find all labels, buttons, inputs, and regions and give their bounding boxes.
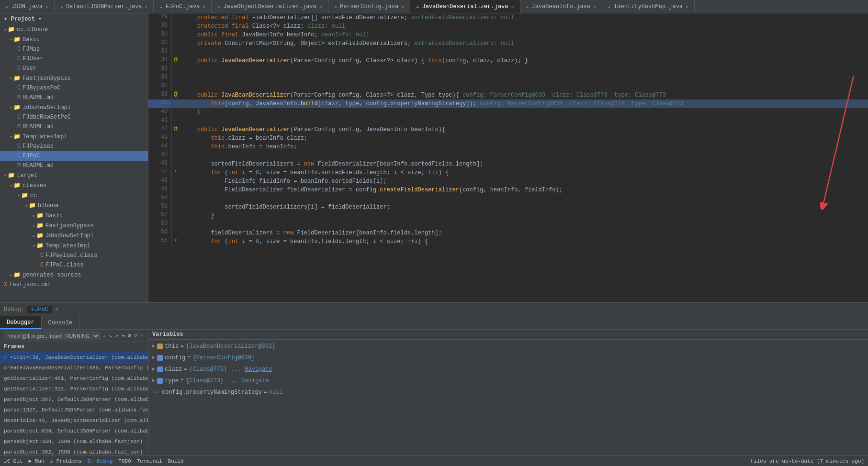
tree-item-generated-sources[interactable]: ▸📁 generated-sources bbox=[0, 270, 148, 280]
status-terminal[interactable]: Terminal bbox=[137, 458, 162, 464]
frame-item[interactable]: parseObject:639, DefaultJSONParser (com.… bbox=[0, 426, 148, 436]
tree-item-fastjsonbypass2[interactable]: ▸📁 FastjsonBypass bbox=[0, 221, 148, 231]
line-number: 36 bbox=[148, 74, 172, 82]
tree-item-user[interactable]: C User bbox=[0, 64, 148, 73]
session-name[interactable]: FJPoC bbox=[27, 306, 52, 313]
code-content: public JavaBeanDeserializer(ParserConfig… bbox=[180, 91, 868, 100]
frame-item[interactable]: getDeserializer:461, ParserConfig (com.a… bbox=[0, 373, 148, 384]
frame-item[interactable]: createJavaBeanDeserializer:586, ParserCo… bbox=[0, 363, 148, 373]
tab-close[interactable]: ✕ bbox=[686, 4, 688, 10]
tree-item-fastjsonbypass[interactable]: ▾📁 FastjsonBypass bbox=[0, 73, 148, 83]
tab-debugger[interactable]: Debugger bbox=[0, 316, 42, 329]
tab-label: ParserConfig.java bbox=[340, 3, 398, 10]
code-content: this.clazz = beanInfo.clazz; bbox=[180, 134, 868, 143]
tree-item-basic[interactable]: ▾📁 Basic bbox=[0, 34, 148, 44]
tab-close[interactable]: ✕ bbox=[319, 4, 322, 10]
status-git[interactable]: ⎇ Git bbox=[4, 458, 23, 464]
frame-item[interactable]: deserialze:45, JavaObjectDeserializer (c… bbox=[0, 415, 148, 426]
tab-console[interactable]: Console bbox=[42, 316, 79, 329]
panel-tabs: Debugger Console bbox=[0, 316, 868, 330]
status-problems[interactable]: ⚠ Problems bbox=[50, 458, 81, 464]
tree-item-basic2[interactable]: ▸📁 Basic bbox=[0, 211, 148, 221]
var-item-propertynamingstrategy[interactable]: ○○ config.propertyNamingStrategy = null bbox=[148, 387, 868, 398]
tree-item-readme2[interactable]: M README.md bbox=[0, 122, 148, 132]
evaluate-btn[interactable]: ⚙ bbox=[127, 332, 132, 340]
code-content bbox=[180, 74, 868, 82]
tab-close[interactable]: ✕ bbox=[203, 4, 205, 10]
code-view[interactable]: 29 protected final FieldDeserializer[] s… bbox=[148, 13, 868, 302]
run-to-cursor-btn[interactable]: ⇥ bbox=[121, 332, 125, 340]
tree-item-target[interactable]: ▾📁 target bbox=[0, 170, 148, 180]
tab-fjpoc[interactable]: ☕ FJPoC.java ✕ bbox=[154, 0, 212, 13]
frame-item[interactable]: parse:1327, DefaultJSONParser (com.aliba… bbox=[0, 405, 148, 415]
thread-dropdown[interactable]: 'main'@1 in gro...'main': RUNNING bbox=[4, 332, 100, 340]
tree-item-fastjsoniml[interactable]: X fastjson.iml bbox=[0, 280, 148, 289]
tree-item-fjmap[interactable]: C FJMap bbox=[0, 44, 148, 54]
tab-close[interactable]: ✕ bbox=[593, 4, 596, 10]
tree-label: FJdbcRowSetPoC bbox=[23, 114, 71, 121]
tab-close[interactable]: ✕ bbox=[511, 4, 514, 10]
tree-item-classes[interactable]: ▾📁 classes bbox=[0, 180, 148, 190]
status-run[interactable]: ▶ Run bbox=[28, 458, 44, 464]
tree-item-jdbcrowsetimpl2[interactable]: ▸📁 JdbcRowSetImpl bbox=[0, 231, 148, 241]
code-line-38: 38 @ public JavaBeanDeserializer(ParserC… bbox=[148, 91, 868, 100]
tree-item-cc[interactable]: ▾📁 cc bbox=[0, 190, 148, 200]
step-out-btn[interactable]: ↗ bbox=[114, 332, 119, 340]
tree-item-fjpoc[interactable]: C FJPoC bbox=[0, 151, 148, 161]
var-item-this[interactable]: ▶ this = {JavaBeanDeserializer@832} bbox=[148, 341, 868, 352]
tree-item-ccblbana[interactable]: ▾📁 cc.blbana bbox=[0, 24, 148, 34]
tree-item-fjpayload[interactable]: C FJPayload bbox=[0, 142, 148, 151]
var-item-config[interactable]: ▶ config = {ParserConfig@639} bbox=[148, 352, 868, 364]
frame-item[interactable]: ✓ <init>:39, JavaBeanDeserializer (com.a… bbox=[0, 352, 148, 363]
tab-javaobjectdeserializer[interactable]: ☕ JavaObjectDeserializer.java ✕ bbox=[212, 0, 328, 13]
tab-label: JavaObjectDeserializer.java bbox=[223, 3, 316, 10]
step-into-btn[interactable]: ↘ bbox=[108, 332, 113, 340]
var-item-clazz[interactable]: ▶ clazz = {Class@773} ... Navigate bbox=[148, 364, 868, 375]
tab-close[interactable]: ✕ bbox=[145, 4, 147, 10]
tree-label: JdbcRowSetImpl bbox=[45, 233, 94, 239]
tree-item-jdbcrowsetimpl[interactable]: ▾📁 JdbcRowSetImpl bbox=[0, 102, 148, 112]
frame-item[interactable]: parseObject:367, DefaultJSONParser (com.… bbox=[0, 394, 148, 405]
gutter bbox=[172, 211, 180, 220]
tab-close[interactable]: ✕ bbox=[401, 4, 404, 10]
code-line-51: 51 sortedFieldDeserializers[i] = fieldDe… bbox=[148, 203, 868, 211]
tree-item-fjbypasspoc[interactable]: C FJBypassPoC bbox=[0, 83, 148, 93]
var-item-type[interactable]: ▶ type = {Class@773} ... Navigate bbox=[148, 375, 868, 387]
frame-item[interactable]: parseObject:339, JSON (com.alibaba.fastj… bbox=[0, 436, 148, 447]
tab-defaultjsonparser[interactable]: ☕ DefaultJSONParser.java ✕ bbox=[55, 0, 154, 13]
tree-item-blbana[interactable]: ▾📁 blbana bbox=[0, 200, 148, 211]
tab-javabeandeserializer[interactable]: ☕ JavaBeanDeserializer.java ✕ bbox=[410, 0, 520, 13]
tree-label: TemplatesImpl bbox=[45, 243, 90, 249]
tab-identityhashmap[interactable]: ☕ IdentityHashMap.java ✕ bbox=[602, 0, 695, 13]
session-close[interactable]: ✕ bbox=[55, 306, 58, 313]
tree-label: cc.blbana bbox=[17, 26, 48, 33]
gutter bbox=[172, 13, 180, 22]
code-line-54: 54 fieldDeserializers = new FieldDeseria… bbox=[148, 229, 868, 237]
tab-javabeaninfo[interactable]: ☕ JavaBeanInfo.java ✕ bbox=[520, 0, 602, 13]
tree-item-readme1[interactable]: M README.md bbox=[0, 93, 148, 102]
status-todo[interactable]: TODO bbox=[118, 458, 131, 464]
var-value: {JavaBeanDeserializer@832} bbox=[186, 342, 275, 351]
tree-item-fjpocclass[interactable]: C FJPoC.class bbox=[0, 260, 148, 270]
tree-item-templatesimpl[interactable]: ▾📁 TemplatesImpl bbox=[0, 132, 148, 142]
add-btn[interactable]: + bbox=[140, 332, 144, 340]
navigate-link[interactable]: Navigate bbox=[241, 376, 269, 386]
status-build[interactable]: Build bbox=[168, 458, 184, 464]
tree-item-readme3[interactable]: M README.md bbox=[0, 161, 148, 170]
tree-item-fjuser[interactable]: C FJUser bbox=[0, 54, 148, 64]
tree-item-templatesimpl2[interactable]: ▾📁 TemplatesImpl bbox=[0, 241, 148, 251]
tab-close[interactable]: ✕ bbox=[45, 4, 48, 10]
navigate-link[interactable]: Navigate bbox=[245, 365, 272, 374]
tab-parserconfig[interactable]: ☕ ParserConfig.java ✕ bbox=[328, 0, 410, 13]
tree-item-fjpayloadclass[interactable]: C FJPayload.class bbox=[0, 251, 148, 260]
step-over-btn[interactable]: ↓ bbox=[102, 332, 106, 340]
line-number: 54 bbox=[148, 229, 172, 237]
tree-item-fjdbcrowsetpoc[interactable]: C FJdbcRowSetPoC bbox=[0, 112, 148, 122]
frame-item[interactable]: getDeserializer:312, ParserConfig (com.a… bbox=[0, 384, 148, 394]
filter-btn[interactable]: ▽ bbox=[134, 332, 138, 340]
tab-json[interactable]: ☕ JSON.java ✕ bbox=[0, 0, 55, 13]
line-number: 40 bbox=[148, 108, 172, 117]
status-debug[interactable]: $: Debug bbox=[87, 458, 113, 464]
gutter bbox=[172, 108, 180, 117]
frame-item[interactable]: parseObject:302, JSON (com.alibaba.fastj… bbox=[0, 447, 148, 455]
